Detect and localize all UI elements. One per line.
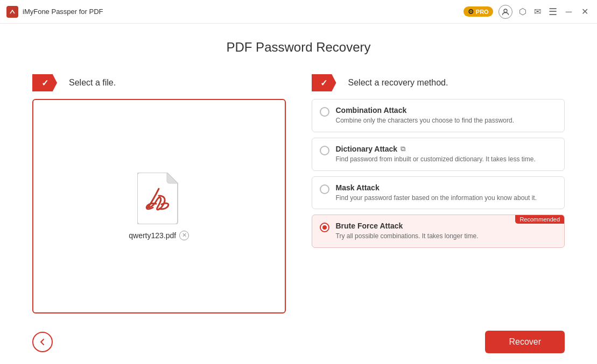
radio-combination[interactable] [320, 107, 329, 117]
cube-icon[interactable]: ⬡ [518, 5, 528, 18]
right-section-header: ✓ Select a recovery method. [312, 74, 565, 91]
main-content: PDF Password Recovery ✓ Select a file. [0, 24, 597, 324]
file-name-row: qwerty123.pdf ✕ [129, 231, 189, 240]
pro-badge-text: PRO [476, 9, 489, 15]
select-file-label: Select a file. [69, 78, 116, 88]
recommended-badge: Recommended [515, 215, 564, 224]
right-panel: ✓ Select a recovery method. Combination … [312, 74, 565, 313]
app-icon [6, 6, 18, 18]
pro-badge[interactable]: ⚙ PRO [463, 6, 493, 17]
back-button[interactable] [32, 332, 53, 352]
user-icon[interactable] [498, 5, 512, 19]
dictionary-link-icon: ⧉ [401, 145, 405, 153]
menu-icon[interactable]: ☰ [547, 5, 558, 19]
app-title-text: iMyFone Passper for PDF [23, 8, 103, 16]
method-dictionary-info: Dictionary Attack ⧉ Find password from i… [336, 145, 557, 164]
mail-icon[interactable]: ✉ [533, 5, 542, 18]
recover-button[interactable]: Recover [485, 331, 565, 353]
two-column-layout: ✓ Select a file. [32, 74, 565, 313]
pdf-icon-wrap: qwerty123.pdf ✕ [129, 173, 189, 240]
method-bruteforce[interactable]: Recommended Brute Force Attack Try all p… [312, 215, 565, 248]
step2-check-arrow: ✓ [312, 74, 342, 91]
method-mask[interactable]: Mask Attack Find your password faster ba… [312, 176, 565, 210]
radio-dictionary[interactable] [320, 146, 329, 155]
method-combination-desc: Combine only the characters you choose t… [336, 116, 557, 125]
left-panel: ✓ Select a file. [32, 74, 286, 313]
method-list: Combination Attack Combine only the char… [312, 99, 565, 313]
svg-rect-0 [9, 8, 16, 16]
method-mask-desc: Find your password faster based on the i… [336, 194, 557, 203]
method-combination[interactable]: Combination Attack Combine only the char… [312, 99, 565, 132]
method-combination-info: Combination Attack Combine only the char… [336, 106, 557, 125]
method-mask-info: Mask Attack Find your password faster ba… [336, 183, 557, 203]
page-title: PDF Password Recovery [32, 40, 565, 55]
step1-check-arrow: ✓ [32, 74, 62, 91]
title-bar-left: iMyFone Passper for PDF [6, 6, 103, 18]
minimize-button[interactable]: ─ [564, 7, 574, 17]
method-dictionary-desc: Find password from inbuilt or customized… [336, 155, 557, 164]
method-bruteforce-desc: Try all possible combinations. It takes … [336, 232, 557, 241]
svg-point-1 [504, 9, 507, 12]
method-dictionary-name: Dictionary Attack [336, 145, 398, 153]
radio-bruteforce-dot [322, 225, 327, 230]
title-bar-right: ⚙ PRO ⬡ ✉ ☰ ─ ✕ [463, 5, 591, 19]
close-button[interactable]: ✕ [579, 6, 591, 17]
left-section-header: ✓ Select a file. [32, 74, 286, 91]
method-dictionary[interactable]: Dictionary Attack ⧉ Find password from i… [312, 138, 565, 171]
bottom-bar: Recover [0, 324, 597, 364]
method-combination-name: Combination Attack [336, 106, 407, 115]
pdf-file-icon [137, 173, 180, 224]
method-bruteforce-name: Brute Force Attack [336, 222, 403, 230]
radio-bruteforce[interactable] [320, 223, 329, 232]
method-mask-name: Mask Attack [336, 183, 380, 192]
method-bruteforce-info: Brute Force Attack Try all possible comb… [336, 222, 557, 241]
radio-mask[interactable] [320, 184, 329, 194]
select-method-label: Select a recovery method. [348, 78, 448, 88]
title-bar: iMyFone Passper for PDF ⚙ PRO ⬡ ✉ ☰ ─ ✕ [0, 0, 597, 24]
file-name-text: qwerty123.pdf [129, 231, 176, 240]
file-drop-area[interactable]: qwerty123.pdf ✕ [32, 99, 286, 313]
remove-file-button[interactable]: ✕ [179, 231, 189, 240]
